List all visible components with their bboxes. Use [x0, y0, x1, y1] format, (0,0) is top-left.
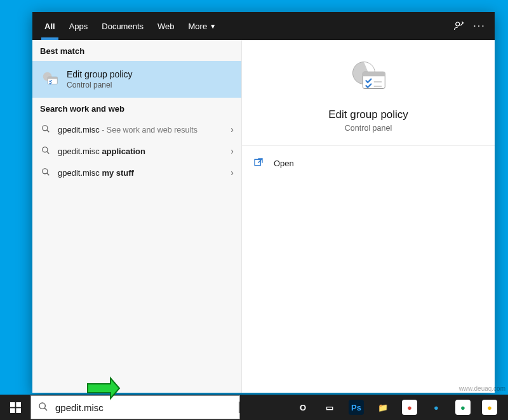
- svg-rect-17: [16, 402, 21, 407]
- svg-rect-18: [10, 408, 15, 413]
- result-label: gpedit.misc application: [58, 147, 222, 156]
- preview-column: Edit group policy Control panel Open: [242, 40, 495, 393]
- svg-point-8: [43, 168, 48, 173]
- svg-point-4: [43, 125, 48, 130]
- taskbar-app-explorer[interactable]: 📁: [370, 395, 396, 420]
- tab-more-label: More: [189, 22, 208, 31]
- search-icon: [40, 167, 51, 178]
- chevron-right-icon[interactable]: ›: [222, 167, 234, 178]
- svg-rect-12: [363, 72, 385, 76]
- chevron-right-icon[interactable]: ›: [222, 146, 234, 156]
- taskbar-app-taskview[interactable]: ▭: [316, 395, 343, 420]
- search-icon: [40, 146, 51, 157]
- best-match-title: Edit group policy: [67, 69, 133, 79]
- section-best-match: Best match: [32, 40, 241, 61]
- search-icon: [31, 402, 55, 414]
- more-options-icon[interactable]: ···: [469, 16, 490, 36]
- result-row[interactable]: gpedit.misc application ›: [32, 140, 241, 162]
- svg-point-6: [43, 147, 48, 152]
- svg-point-20: [39, 403, 45, 409]
- taskbar-app-chrome3[interactable]: ●: [476, 395, 503, 420]
- chevron-right-icon[interactable]: ›: [222, 124, 234, 135]
- search-input[interactable]: [55, 402, 243, 413]
- svg-rect-19: [16, 408, 21, 413]
- group-policy-large-icon: [346, 55, 391, 100]
- taskbar-searchbox[interactable]: [30, 395, 240, 419]
- preview-subtitle: Control panel: [345, 124, 392, 133]
- svg-line-7: [47, 151, 50, 154]
- tab-web[interactable]: Web: [150, 12, 182, 40]
- tab-more[interactable]: More ▼: [182, 12, 224, 40]
- chevron-down-icon: ▼: [210, 23, 216, 30]
- taskbar: O▭Ps📁●●●●: [0, 395, 508, 420]
- watermark: www.deuaq.com: [459, 385, 505, 392]
- taskbar-app-cortana[interactable]: O: [290, 395, 316, 420]
- text-caret: [239, 402, 239, 413]
- svg-line-21: [44, 408, 47, 410]
- result-label: gpedit.misc - See work and web results: [58, 125, 222, 135]
- taskbar-app-edge[interactable]: ●: [423, 395, 450, 420]
- results-column: Best match Edit group policy Con: [32, 40, 242, 393]
- svg-line-9: [47, 173, 50, 175]
- result-row[interactable]: gpedit.misc - See work and web results ›: [32, 119, 241, 140]
- svg-rect-16: [10, 402, 15, 407]
- result-label: gpedit.misc my stuff: [58, 168, 222, 178]
- taskbar-app-photoshop[interactable]: Ps: [343, 395, 370, 420]
- svg-point-0: [456, 22, 460, 26]
- result-row[interactable]: gpedit.misc my stuff ›: [32, 162, 241, 183]
- best-match-subtitle: Control panel: [67, 81, 133, 89]
- search-tabbar: All Apps Documents Web More ▼ ···: [32, 12, 495, 40]
- tab-apps[interactable]: Apps: [62, 12, 95, 40]
- preview-title: Edit group policy: [328, 108, 408, 121]
- start-button[interactable]: [0, 395, 30, 420]
- search-panel: All Apps Documents Web More ▼ ··· Best m…: [32, 12, 495, 393]
- svg-rect-3: [48, 77, 57, 79]
- open-label: Open: [274, 159, 294, 168]
- search-icon: [40, 124, 51, 135]
- svg-line-5: [47, 129, 50, 132]
- taskbar-app-chrome2[interactable]: ●: [450, 395, 476, 420]
- best-match-result[interactable]: Edit group policy Control panel: [32, 61, 241, 98]
- tab-all[interactable]: All: [37, 12, 62, 40]
- section-work-web: Search work and web: [32, 98, 241, 119]
- taskbar-app-chrome1[interactable]: ●: [396, 395, 423, 420]
- taskbar-apps: O▭Ps📁●●●●: [290, 395, 508, 420]
- open-action[interactable]: Open: [242, 151, 495, 175]
- feedback-icon[interactable]: [449, 16, 469, 36]
- tab-documents[interactable]: Documents: [95, 12, 150, 40]
- group-policy-icon: [40, 69, 60, 89]
- open-icon: [253, 157, 267, 169]
- svg-rect-15: [255, 159, 260, 165]
